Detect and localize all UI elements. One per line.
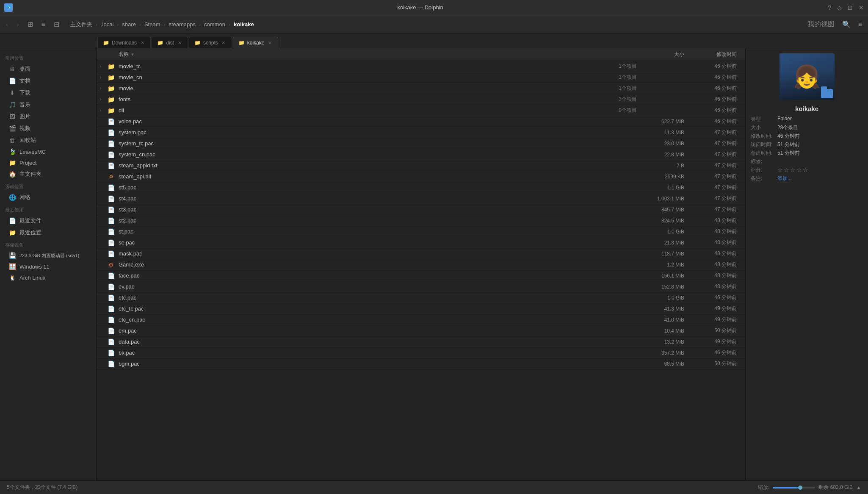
statusbar-right: 缩放: 剩余 683.0 GiB ▲ [758, 484, 861, 491]
sidebar-item-leavesmc[interactable]: 🍃 LeavesMC [2, 146, 94, 157]
breadcrumb-common[interactable]: common [202, 20, 227, 28]
file-size: 7 B [640, 163, 691, 169]
table-row[interactable]: 📄 bk.pac 357.2 MiB 46 分钟前 [97, 347, 745, 358]
sidebar-item-videos[interactable]: 🎬 视频 [2, 122, 94, 134]
maximize-button[interactable]: ⊟ [848, 4, 853, 11]
tab-downloads[interactable]: 📁 Downloads ✕ [97, 37, 151, 48]
expand-icon[interactable]: › [100, 108, 107, 113]
tab-koikake[interactable]: 📁 koikake ✕ [233, 37, 279, 48]
sidebar-item-archlinux[interactable]: 🐧 Arch Linux [2, 272, 94, 283]
file-icon: 📄 [107, 217, 115, 224]
file-date: 47 分钟前 [691, 162, 742, 169]
table-row[interactable]: 📄 st5.pac 1.1 GiB 47 分钟前 [97, 182, 745, 193]
sidebar-item-music[interactable]: 🎵 音乐 [2, 99, 94, 111]
tab-downloads-close[interactable]: ✕ [139, 40, 145, 46]
table-row[interactable]: › 📁 movie_cn 1个项目 46 分钟前 [97, 72, 745, 83]
back-button[interactable]: ‹ [3, 19, 11, 30]
breadcrumb-steamapps[interactable]: steamapps [167, 20, 197, 28]
window-controls[interactable]: ? ◇ ⊟ ✕ [828, 4, 864, 11]
table-row[interactable]: 📄 etc_tc.pac 41.3 MiB 49 分钟前 [97, 303, 745, 314]
statusbar-chevron[interactable]: ▲ [856, 485, 861, 491]
sidebar-item-home[interactable]: 🏠 主文件夹 [2, 168, 94, 180]
unpin-button[interactable]: ◇ [837, 4, 842, 11]
table-row[interactable]: 📄 st.pac 1.0 GiB 48 分钟前 [97, 226, 745, 237]
col-name-header[interactable]: 名称 ▼ [115, 51, 640, 58]
sidebar-item-docs-label: 文档 [19, 77, 30, 85]
sidebar-item-desktop[interactable]: 🖥 桌面 [2, 63, 94, 75]
col-size-header[interactable]: 大小 [640, 51, 691, 58]
tab-koikake-close[interactable]: ✕ [267, 40, 273, 46]
sidebar-item-docs[interactable]: 📄 文档 [2, 75, 94, 87]
breadcrumb-steam[interactable]: Steam [143, 20, 162, 28]
sidebar-item-network[interactable]: 🌐 网络 [2, 191, 94, 203]
tab-scripts[interactable]: 📁 scripts ✕ [189, 37, 232, 48]
table-row[interactable]: 📄 voice.pac 622.7 MiB 46 分钟前 [97, 116, 745, 127]
expand-icon[interactable]: › [100, 75, 107, 80]
tab-dist[interactable]: 📁 dist ✕ [152, 37, 188, 48]
zoom-thumb[interactable] [798, 486, 802, 490]
table-row[interactable]: 📄 steam_appid.txt 7 B 47 分钟前 [97, 160, 745, 171]
table-row[interactable]: › 📁 movie_tc 1个项目 46 分钟前 [97, 61, 745, 72]
view-list-button[interactable]: ≡ [39, 19, 48, 30]
sidebar-item-recent-files[interactable]: 📄 最近文件 [2, 215, 94, 227]
forward-button[interactable]: › [14, 19, 21, 30]
sidebar-item-project[interactable]: 📁 Project [2, 157, 94, 168]
table-row[interactable]: ⚙ Game.exe 1.2 MiB 48 分钟前 [97, 259, 745, 270]
table-row[interactable]: 📄 se.pac 21.3 MiB 48 分钟前 [97, 237, 745, 248]
breadcrumb-local[interactable]: .local [99, 20, 115, 28]
file-date: 46 分钟前 [691, 118, 742, 125]
sidebar-item-sda1[interactable]: 💾 223.6 GiB 内置驱动器 (sda1) [2, 250, 94, 261]
table-row[interactable]: 📄 system_cn.pac 22.8 MiB 47 分钟前 [97, 149, 745, 160]
breadcrumb-sep-1: › [117, 22, 119, 28]
table-row[interactable]: › 📁 movie 1个项目 46 分钟前 [97, 83, 745, 94]
table-row[interactable]: 📄 face.pac 156.1 MiB 48 分钟前 [97, 270, 745, 281]
view-detail-button[interactable]: ⊟ [51, 19, 62, 30]
toolbar-right: 我的视图 🔍 ≡ [805, 18, 865, 31]
search-button[interactable]: 🔍 [840, 19, 853, 30]
close-button[interactable]: ✕ [859, 4, 864, 11]
meta-tags-row: 标签: [751, 158, 863, 165]
table-row[interactable]: 📄 data.pac 13.2 MiB 49 分钟前 [97, 336, 745, 347]
table-row[interactable]: › 📁 fonts 3个项目 46 分钟前 [97, 94, 745, 105]
table-row[interactable]: 📄 mask.pac 118.7 MiB 48 分钟前 [97, 248, 745, 259]
table-row[interactable]: 📄 em.pac 10.4 MiB 50 分钟前 [97, 325, 745, 336]
table-row[interactable]: 📄 st3.pac 845.7 MiB 47 分钟前 [97, 204, 745, 215]
table-row[interactable]: 📄 etc.pac 1.0 GiB 46 分钟前 [97, 292, 745, 303]
windows-icon: 🪟 [8, 263, 16, 270]
expand-icon[interactable]: › [100, 86, 107, 91]
meta-rating-stars[interactable]: ☆☆☆☆☆ [777, 167, 809, 174]
tab-dist-close[interactable]: ✕ [177, 40, 182, 46]
table-row[interactable]: 📄 system.pac 11.3 MiB 47 分钟前 [97, 127, 745, 138]
sidebar-item-pictures[interactable]: 🖼 图片 [2, 111, 94, 122]
table-row[interactable]: › 📁 dll 9个项目 46 分钟前 [97, 105, 745, 116]
help-button[interactable]: ? [828, 4, 831, 11]
breadcrumb-sep-5: › [229, 22, 230, 28]
tab-scripts-close[interactable]: ✕ [221, 40, 227, 46]
table-row[interactable]: 📄 st4.pac 1,003.1 MiB 47 分钟前 [97, 193, 745, 204]
sidebar-section-recent: 最近使用 [0, 203, 96, 215]
expand-icon[interactable]: › [100, 64, 107, 69]
meta-accessed-value: 51 分钟前 [777, 141, 800, 148]
table-row[interactable]: 📄 etc_cn.pac 41.0 MiB 49 分钟前 [97, 314, 745, 325]
sidebar-item-trash[interactable]: 🗑 回收站 [2, 134, 94, 146]
breadcrumb-sep-4: › [199, 22, 201, 28]
sidebar-item-downloads[interactable]: ⬇ 下载 [2, 87, 94, 99]
table-row[interactable]: 📄 ev.pac 152.8 MiB 48 分钟前 [97, 281, 745, 292]
menu-button[interactable]: ≡ [856, 19, 865, 30]
table-row[interactable]: 📄 bgm.pac 68.5 MiB 50 分钟前 [97, 358, 745, 369]
expand-icon[interactable]: › [100, 97, 107, 102]
zoom-slider[interactable] [773, 487, 815, 488]
meta-comment-link[interactable]: 添加... [777, 175, 792, 182]
table-row[interactable]: 📄 st2.pac 824.5 MiB 48 分钟前 [97, 215, 745, 226]
sidebar-item-recent-places[interactable]: 📁 最近位置 [2, 227, 94, 239]
split-view-button[interactable]: 我的视图 [805, 18, 837, 31]
table-row[interactable]: ⚙ steam_api.dll 2599 KB 47 分钟前 [97, 171, 745, 182]
table-row[interactable]: 📄 system_tc.pac 23.0 MiB 47 分钟前 [97, 138, 745, 149]
file-date: 47 分钟前 [691, 184, 742, 191]
breadcrumb-home[interactable]: 主文件夹 [69, 20, 94, 29]
breadcrumb-share[interactable]: share [120, 20, 138, 28]
file-date: 46 分钟前 [691, 349, 742, 356]
col-date-header[interactable]: 修改时间 [691, 51, 742, 58]
sidebar-item-windows[interactable]: 🪟 Windows 11 [2, 261, 94, 272]
view-icons-button[interactable]: ⊞ [25, 19, 36, 30]
